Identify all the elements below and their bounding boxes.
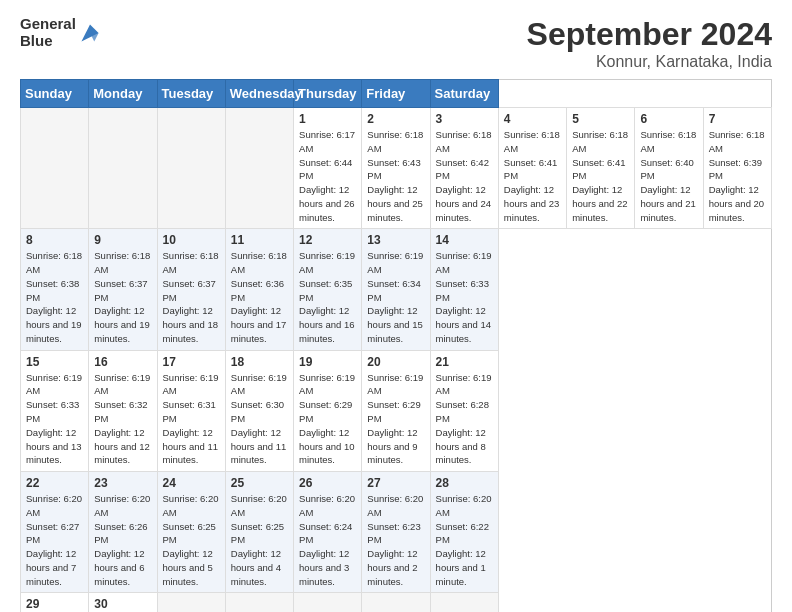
table-row [225, 108, 293, 229]
col-thursday: Thursday [294, 80, 362, 108]
daylight-label: Daylight: 12 hours and 20 minutes. [709, 184, 764, 223]
table-row [157, 593, 225, 612]
calendar-table: Sunday Monday Tuesday Wednesday Thursday… [20, 79, 772, 612]
day-info: Sunrise: 6:20 AM Sunset: 6:27 PM Dayligh… [26, 492, 83, 588]
day-info: Sunrise: 6:19 AM Sunset: 6:35 PM Dayligh… [299, 249, 356, 345]
sunset-label: Sunset: 6:30 PM [231, 399, 284, 424]
table-row: 5 Sunrise: 6:18 AM Sunset: 6:41 PM Dayli… [567, 108, 635, 229]
sunrise-label: Sunrise: 6:20 AM [231, 493, 287, 518]
calendar-week-row: 8 Sunrise: 6:18 AM Sunset: 6:38 PM Dayli… [21, 229, 772, 350]
day-info: Sunrise: 6:18 AM Sunset: 6:38 PM Dayligh… [26, 249, 83, 345]
sunset-label: Sunset: 6:23 PM [367, 521, 420, 546]
day-number: 4 [504, 112, 561, 126]
table-row: 26 Sunrise: 6:20 AM Sunset: 6:24 PM Dayl… [294, 472, 362, 593]
table-row: 15 Sunrise: 6:19 AM Sunset: 6:33 PM Dayl… [21, 350, 89, 471]
day-number: 29 [26, 597, 83, 611]
day-number: 5 [572, 112, 629, 126]
calendar-title: September 2024 [527, 16, 772, 53]
daylight-label: Daylight: 12 hours and 2 minutes. [367, 548, 417, 587]
daylight-label: Daylight: 12 hours and 3 minutes. [299, 548, 349, 587]
sunset-label: Sunset: 6:27 PM [26, 521, 79, 546]
daylight-label: Daylight: 12 hours and 16 minutes. [299, 305, 354, 344]
day-number: 10 [163, 233, 220, 247]
day-number: 25 [231, 476, 288, 490]
daylight-label: Daylight: 12 hours and 19 minutes. [94, 305, 149, 344]
sunrise-label: Sunrise: 6:19 AM [299, 250, 355, 275]
daylight-label: Daylight: 12 hours and 22 minutes. [572, 184, 627, 223]
day-info: Sunrise: 6:19 AM Sunset: 6:32 PM Dayligh… [94, 371, 151, 467]
logo-line2: Blue [20, 33, 76, 50]
sunrise-label: Sunrise: 6:18 AM [504, 129, 560, 154]
sunrise-label: Sunrise: 6:20 AM [163, 493, 219, 518]
day-info: Sunrise: 6:19 AM Sunset: 6:31 PM Dayligh… [163, 371, 220, 467]
sunset-label: Sunset: 6:42 PM [436, 157, 489, 182]
day-info: Sunrise: 6:17 AM Sunset: 6:44 PM Dayligh… [299, 128, 356, 224]
day-number: 28 [436, 476, 493, 490]
table-row: 14 Sunrise: 6:19 AM Sunset: 6:33 PM Dayl… [430, 229, 498, 350]
sunrise-label: Sunrise: 6:18 AM [572, 129, 628, 154]
table-row [21, 108, 89, 229]
sunset-label: Sunset: 6:40 PM [640, 157, 693, 182]
sunrise-label: Sunrise: 6:20 AM [26, 493, 82, 518]
sunset-label: Sunset: 6:25 PM [231, 521, 284, 546]
table-row: 4 Sunrise: 6:18 AM Sunset: 6:41 PM Dayli… [498, 108, 566, 229]
sunrise-label: Sunrise: 6:18 AM [26, 250, 82, 275]
sunset-label: Sunset: 6:37 PM [94, 278, 147, 303]
day-number: 27 [367, 476, 424, 490]
sunrise-label: Sunrise: 6:19 AM [436, 372, 492, 397]
sunrise-label: Sunrise: 6:18 AM [94, 250, 150, 275]
daylight-label: Daylight: 12 hours and 11 minutes. [163, 427, 218, 466]
sunrise-label: Sunrise: 6:19 AM [231, 372, 287, 397]
daylight-label: Daylight: 12 hours and 14 minutes. [436, 305, 491, 344]
day-number: 11 [231, 233, 288, 247]
sunrise-label: Sunrise: 6:18 AM [367, 129, 423, 154]
daylight-label: Daylight: 12 hours and 10 minutes. [299, 427, 354, 466]
sunset-label: Sunset: 6:29 PM [299, 399, 352, 424]
daylight-label: Daylight: 12 hours and 18 minutes. [163, 305, 218, 344]
sunset-label: Sunset: 6:35 PM [299, 278, 352, 303]
sunrise-label: Sunrise: 6:18 AM [640, 129, 696, 154]
sunset-label: Sunset: 6:32 PM [94, 399, 147, 424]
table-row: 3 Sunrise: 6:18 AM Sunset: 6:42 PM Dayli… [430, 108, 498, 229]
daylight-label: Daylight: 12 hours and 15 minutes. [367, 305, 422, 344]
day-number: 8 [26, 233, 83, 247]
sunset-label: Sunset: 6:22 PM [436, 521, 489, 546]
table-row: 12 Sunrise: 6:19 AM Sunset: 6:35 PM Dayl… [294, 229, 362, 350]
table-row: 27 Sunrise: 6:20 AM Sunset: 6:23 PM Dayl… [362, 472, 430, 593]
sunrise-label: Sunrise: 6:20 AM [299, 493, 355, 518]
day-info: Sunrise: 6:20 AM Sunset: 6:22 PM Dayligh… [436, 492, 493, 588]
table-row: 30 Sunrise: 6:20 AM Sunset: 6:21 PM Dayl… [89, 593, 157, 612]
sunset-label: Sunset: 6:39 PM [709, 157, 762, 182]
table-row: 19 Sunrise: 6:19 AM Sunset: 6:29 PM Dayl… [294, 350, 362, 471]
col-monday: Monday [89, 80, 157, 108]
day-number: 15 [26, 355, 83, 369]
daylight-label: Daylight: 12 hours and 19 minutes. [26, 305, 81, 344]
sunset-label: Sunset: 6:26 PM [94, 521, 147, 546]
calendar-week-row: 29 Sunrise: 6:20 AM Sunset: 6:21 PM Dayl… [21, 593, 772, 612]
day-number: 7 [709, 112, 766, 126]
day-info: Sunrise: 6:19 AM Sunset: 6:29 PM Dayligh… [299, 371, 356, 467]
header: General Blue September 2024 Konnur, Karn… [20, 16, 772, 71]
table-row: 29 Sunrise: 6:20 AM Sunset: 6:21 PM Dayl… [21, 593, 89, 612]
day-info: Sunrise: 6:18 AM Sunset: 6:37 PM Dayligh… [163, 249, 220, 345]
table-row: 18 Sunrise: 6:19 AM Sunset: 6:30 PM Dayl… [225, 350, 293, 471]
col-friday: Friday [362, 80, 430, 108]
sunset-label: Sunset: 6:33 PM [436, 278, 489, 303]
daylight-label: Daylight: 12 hours and 24 minutes. [436, 184, 491, 223]
logo-line1: General [20, 16, 76, 33]
day-number: 20 [367, 355, 424, 369]
day-number: 2 [367, 112, 424, 126]
day-info: Sunrise: 6:19 AM Sunset: 6:30 PM Dayligh… [231, 371, 288, 467]
day-number: 19 [299, 355, 356, 369]
day-info: Sunrise: 6:20 AM Sunset: 6:23 PM Dayligh… [367, 492, 424, 588]
table-row: 7 Sunrise: 6:18 AM Sunset: 6:39 PM Dayli… [703, 108, 771, 229]
day-number: 13 [367, 233, 424, 247]
day-number: 12 [299, 233, 356, 247]
daylight-label: Daylight: 12 hours and 21 minutes. [640, 184, 695, 223]
daylight-label: Daylight: 12 hours and 1 minute. [436, 548, 486, 587]
table-row: 23 Sunrise: 6:20 AM Sunset: 6:26 PM Dayl… [89, 472, 157, 593]
day-info: Sunrise: 6:19 AM Sunset: 6:29 PM Dayligh… [367, 371, 424, 467]
sunset-label: Sunset: 6:24 PM [299, 521, 352, 546]
day-info: Sunrise: 6:18 AM Sunset: 6:41 PM Dayligh… [504, 128, 561, 224]
calendar-header-row: Sunday Monday Tuesday Wednesday Thursday… [21, 80, 772, 108]
